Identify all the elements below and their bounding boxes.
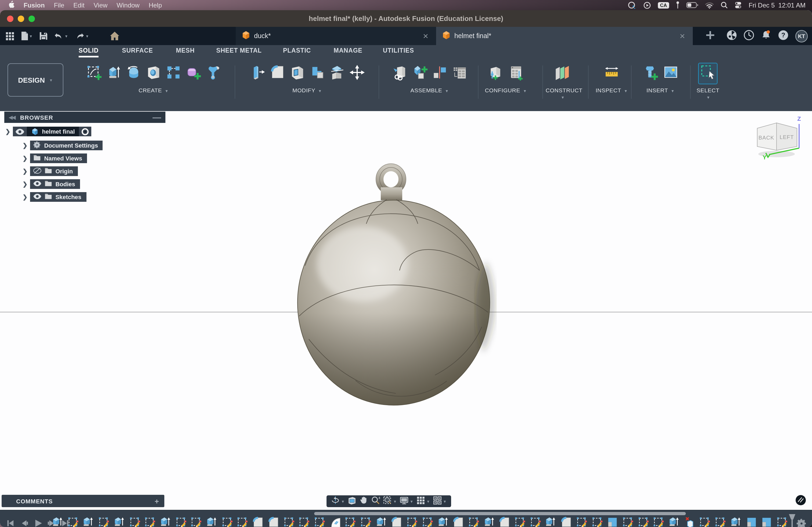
timeline-feature-sketch-36[interactable]: [591, 516, 603, 527]
timeline-feature-sketch-4[interactable]: [98, 516, 110, 527]
document-tab-helmetfinal[interactable]: helmet final* ✕: [436, 27, 693, 45]
viewports-tool-button[interactable]: ▼: [433, 496, 447, 507]
group-label[interactable]: MODIFY ▼: [241, 87, 374, 93]
close-icon[interactable]: ✕: [422, 32, 430, 40]
assistant-badge-icon[interactable]: [795, 495, 806, 508]
play-button[interactable]: [33, 519, 42, 527]
press-pull-button[interactable]: [248, 63, 267, 84]
ribbon-tab-surface[interactable]: SURFACE: [122, 47, 153, 56]
timeline-feature-sketch-35[interactable]: [576, 516, 588, 527]
view-cube[interactable]: BACK LEFT Z Y: [750, 115, 810, 171]
timeline-feature-extrude-5[interactable]: [113, 516, 126, 527]
timeline-feature-sketch-43[interactable]: [699, 516, 711, 527]
timeline-feature-sketch-18[interactable]: [314, 516, 326, 527]
user-avatar[interactable]: KT: [795, 30, 808, 42]
insert-derive-button[interactable]: [391, 63, 409, 84]
ribbon-tab-plastic[interactable]: PLASTIC: [283, 47, 311, 56]
timeline-feature-emboss-19[interactable]: [329, 516, 341, 527]
group-label[interactable]: CREATE ▼: [75, 87, 232, 93]
add-comment-button[interactable]: +: [155, 497, 159, 505]
control-center-icon[interactable]: [735, 2, 742, 9]
redo-button[interactable]: ▼: [74, 31, 91, 41]
chevron-expanded-icon[interactable]: ❯: [5, 128, 10, 135]
timeline-feature-sketch-12[interactable]: [221, 516, 233, 527]
timeline-feature-sketch-17[interactable]: [298, 516, 310, 527]
save-button[interactable]: [38, 31, 49, 41]
browser-root-row[interactable]: ❯ helmet final: [5, 127, 91, 136]
timeline-scrollbar[interactable]: [314, 512, 686, 515]
timeline-feature-extrude-8[interactable]: [160, 516, 172, 527]
timeline-feature-combine-47[interactable]: [760, 516, 773, 527]
configuration-button[interactable]: [487, 63, 505, 84]
menu-file[interactable]: File: [54, 1, 64, 9]
timeline-feature-fillet-34[interactable]: [560, 516, 572, 527]
shell-button[interactable]: [288, 63, 306, 84]
timeline-feature-sketch-31[interactable]: [514, 516, 526, 527]
visibility-eye-icon[interactable]: [13, 127, 27, 136]
collapse-panel-icon[interactable]: ◀◀: [9, 114, 15, 120]
construct-planes-button[interactable]: [553, 63, 571, 84]
creative-cloud-icon[interactable]: [628, 1, 636, 9]
timeline-feature-extrude-22[interactable]: [375, 516, 388, 527]
close-window-button[interactable]: [7, 15, 13, 22]
timeline-feature-fillet-30[interactable]: [499, 516, 511, 527]
timeline-feature-extrude-3[interactable]: [83, 516, 95, 527]
timeline-feature-extrude-1[interactable]: [52, 516, 64, 527]
pattern-button[interactable]: [164, 63, 183, 84]
browser-header[interactable]: ◀◀ BROWSER —: [4, 111, 165, 123]
timeline-feature-sketch-44[interactable]: [714, 516, 727, 527]
browser-item-origin[interactable]: ❯Origin: [23, 166, 77, 176]
battery-icon[interactable]: [686, 2, 698, 8]
ribbon-tab-mesh[interactable]: MESH: [176, 47, 195, 56]
group-label[interactable]: ASSEMBLE ▼: [386, 87, 474, 93]
wifi-icon[interactable]: [705, 2, 714, 8]
home-icon[interactable]: [108, 31, 121, 41]
timeline-feature-sketch-10[interactable]: [190, 516, 203, 527]
undo-button[interactable]: ▼: [53, 31, 70, 41]
joint-button[interactable]: [431, 63, 449, 84]
apple-menu-icon[interactable]: [8, 0, 14, 10]
viewport[interactable]: ◀◀ BROWSER — ❯ helmet final ❯Document Se…: [0, 111, 812, 510]
timeline-feature-sketch-16[interactable]: [283, 516, 295, 527]
timeline-feature-sketch-20[interactable]: [345, 516, 357, 527]
menu-window[interactable]: Window: [117, 1, 139, 9]
ribbon-tab-manage[interactable]: MANAGE: [334, 47, 362, 56]
skip-to-start-button[interactable]: [5, 519, 14, 527]
timeline-feature-sketch-28[interactable]: [468, 516, 480, 527]
minimize-window-button[interactable]: [18, 15, 24, 22]
pan-tool-button[interactable]: [359, 496, 368, 507]
timeline-feature-sketch-48[interactable]: [776, 516, 788, 527]
menu-edit[interactable]: Edit: [73, 1, 84, 9]
minimize-panel-icon[interactable]: —: [153, 112, 161, 122]
timeline-feature-sketch-39[interactable]: [637, 516, 650, 527]
generative-button[interactable]: [204, 63, 222, 84]
timeline-feature-sketch-32[interactable]: [529, 516, 541, 527]
browser-item-bodies[interactable]: ❯Bodies: [23, 179, 80, 189]
timeline-feature-extrude-41[interactable]: [668, 516, 680, 527]
timeline-feature-fillet-27[interactable]: [452, 516, 465, 527]
group-label[interactable]: SELECT ▼: [697, 87, 719, 100]
canvas-tool-button[interactable]: [661, 63, 680, 84]
menu-clock[interactable]: Fri Dec 5 12:01 AM: [749, 1, 806, 9]
look-at-tool-button[interactable]: [347, 496, 357, 507]
timeline-feature-error-42[interactable]: [683, 516, 696, 527]
timeline-feature-sketch-38[interactable]: [622, 516, 634, 527]
pin-icon[interactable]: [676, 1, 679, 9]
combine-button[interactable]: [308, 63, 326, 84]
play-circle-icon[interactable]: [643, 1, 651, 9]
timeline-feature-extrude-45[interactable]: [730, 516, 742, 527]
chevron-right-icon[interactable]: ❯: [23, 168, 27, 175]
menu-view[interactable]: View: [94, 1, 108, 9]
app-grid-icon[interactable]: [4, 31, 16, 41]
hole-button[interactable]: [144, 63, 163, 84]
group-label[interactable]: CONFIGURE ▼: [483, 87, 528, 93]
timeline-feature-extrude-33[interactable]: [545, 516, 557, 527]
timeline-settings-gear-icon[interactable]: [796, 518, 807, 527]
timeline-feature-fillet-14[interactable]: [252, 516, 264, 527]
timeline-feature-extrude-11[interactable]: [206, 516, 218, 527]
visibility-eye-off-icon[interactable]: [33, 167, 41, 175]
notifications-bell-icon[interactable]: [761, 30, 771, 42]
fit-tool-button[interactable]: ▼: [383, 496, 397, 507]
timeline-feature-combine-37[interactable]: [606, 516, 619, 527]
ribbon-tab-sheet-metal[interactable]: SHEET METAL: [216, 47, 262, 56]
